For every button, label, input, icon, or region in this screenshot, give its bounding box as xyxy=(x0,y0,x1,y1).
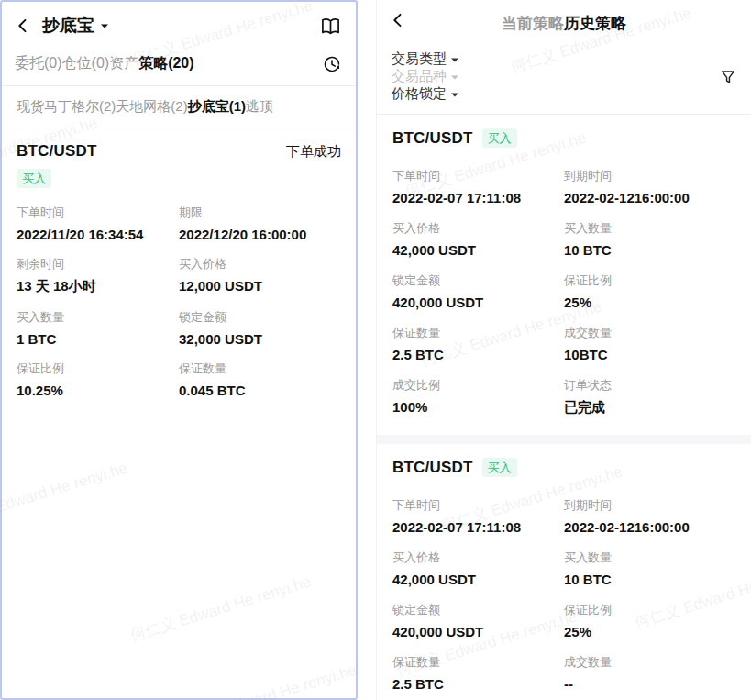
field-label: 买入价格 xyxy=(179,256,341,272)
order-field: 买入价格 42,000 USDT xyxy=(392,220,564,258)
filter-label: 价格锁定 xyxy=(392,85,447,103)
field-value: 42,000 USDT xyxy=(392,572,564,587)
field-label: 保证数量 xyxy=(392,325,564,341)
dip-buy-panel: 抄底宝 委托(0)仓位(0)资产策略(20) 现 xyxy=(0,0,358,700)
filter-dropdown[interactable]: 交易品种 xyxy=(392,68,458,85)
history-card[interactable]: BTC/USDT 买入 下单时间 2022-02-07 17:11:08 到期时… xyxy=(377,115,751,435)
field-value: 100% xyxy=(392,399,564,415)
order-field: 保证数量 0.045 BTC xyxy=(179,361,341,398)
chevron-down-icon xyxy=(451,75,458,83)
account-tab[interactable]: 策略(20) xyxy=(138,55,193,71)
order-status: 下单成功 xyxy=(286,143,341,161)
filter-label: 交易类型 xyxy=(392,50,447,68)
strategy-subtab[interactable]: 抄底宝(1) xyxy=(188,98,246,114)
strategy-view-tab[interactable]: 历史策略 xyxy=(564,15,626,32)
field-label: 下单时间 xyxy=(17,205,179,221)
field-value: 已完成 xyxy=(564,399,735,417)
order-field: 买入数量 10 BTC xyxy=(564,220,735,258)
side-badge: 买入 xyxy=(482,458,517,477)
order-field: 成交数量 -- xyxy=(564,654,735,692)
account-tab[interactable]: 仓位(0) xyxy=(62,55,110,71)
field-label: 成交数量 xyxy=(564,325,735,341)
field-label: 订单状态 xyxy=(564,377,735,394)
card-separator xyxy=(377,435,751,444)
field-value: 2022-02-1216:00:00 xyxy=(564,519,735,535)
field-value: 420,000 USDT xyxy=(392,624,564,639)
trading-pair: BTC/USDT xyxy=(17,142,97,161)
filter-dropdown[interactable]: 交易类型 xyxy=(392,50,458,68)
field-label: 买入价格 xyxy=(392,550,564,566)
account-tab[interactable]: 资产 xyxy=(109,55,138,71)
filter-dropdown[interactable]: 价格锁定 xyxy=(392,85,458,103)
field-value: 10 BTC xyxy=(564,242,735,258)
field-value: 13 天 18小时 xyxy=(17,278,179,295)
chevron-down-icon xyxy=(101,25,108,32)
field-label: 下单时间 xyxy=(392,168,564,184)
order-field: 保证比例 25% xyxy=(564,272,735,310)
history-card[interactable]: BTC/USDT 买入 下单时间 2022-02-07 17:11:08 到期时… xyxy=(377,444,751,700)
field-value: 2022-02-07 17:11:08 xyxy=(392,190,564,206)
order-field: 下单时间 2022-02-07 17:11:08 xyxy=(392,168,564,206)
order-field: 期限 2022/12/20 16:00:00 xyxy=(179,205,341,242)
field-value: 1 BTC xyxy=(17,331,179,347)
trading-pair: BTC/USDT xyxy=(392,459,473,477)
side-badge: 买入 xyxy=(482,128,517,148)
book-icon[interactable] xyxy=(320,17,341,36)
field-value: 10BTC xyxy=(564,347,735,362)
back-icon[interactable] xyxy=(390,12,406,28)
field-value: 42,000 USDT xyxy=(392,242,564,258)
field-value: 12,000 USDT xyxy=(179,278,341,294)
field-label: 保证数量 xyxy=(392,654,564,671)
filter-funnel-icon[interactable] xyxy=(720,69,736,85)
order-field: 买入数量 10 BTC xyxy=(564,550,735,587)
field-label: 剩余时间 xyxy=(17,256,179,272)
strategy-subtab[interactable]: 现货马丁格尔(2) xyxy=(17,98,116,114)
field-label: 下单时间 xyxy=(392,497,564,514)
order-field: 锁定金额 32,000 USDT xyxy=(179,309,341,347)
order-field: 保证比例 10.25% xyxy=(17,361,179,398)
field-label: 买入数量 xyxy=(17,309,179,326)
field-label: 保证比例 xyxy=(564,602,735,618)
order-field: 锁定金额 420,000 USDT xyxy=(392,602,564,639)
filter-label: 交易品种 xyxy=(392,68,447,85)
account-tabs: 委托(0)仓位(0)资产策略(20) xyxy=(2,45,356,85)
history-strategy-panel: 当前策略历史策略 交易类型 交易品种 价格锁定 xyxy=(376,0,751,700)
trading-pair: BTC/USDT xyxy=(392,129,473,148)
field-value: 420,000 USDT xyxy=(392,294,564,310)
order-field: 成交数量 10BTC xyxy=(564,325,735,362)
page-title-dropdown[interactable]: 抄底宝 xyxy=(42,14,108,38)
strategy-subtabs: 现货马丁格尔(2)天地网格(2)抄底宝(1)逃顶 xyxy=(2,86,356,128)
field-label: 保证比例 xyxy=(564,272,735,289)
field-value: 2.5 BTC xyxy=(392,347,564,362)
page-title: 抄底宝 xyxy=(42,14,94,38)
field-label: 保证数量 xyxy=(179,361,341,377)
order-field: 订单状态 已完成 xyxy=(564,377,735,417)
order-field: 到期时间 2022-02-1216:00:00 xyxy=(564,497,735,535)
field-value: 25% xyxy=(564,294,735,310)
field-label: 到期时间 xyxy=(564,168,735,184)
order-field: 剩余时间 13 天 18小时 xyxy=(17,256,179,295)
field-label: 锁定金额 xyxy=(179,309,341,326)
left-header: 抄底宝 xyxy=(2,2,356,45)
field-label: 锁定金额 xyxy=(392,272,564,289)
field-label: 到期时间 xyxy=(564,497,735,514)
strategy-subtab[interactable]: 天地网格(2) xyxy=(116,98,187,114)
field-label: 买入数量 xyxy=(564,550,735,566)
strategy-subtab[interactable]: 逃顶 xyxy=(246,98,273,114)
order-card: BTC/USDT 下单成功 买入 下单时间 2022/11/20 16:34:5… xyxy=(2,128,356,398)
order-history-icon[interactable] xyxy=(323,55,341,73)
order-field: 保证数量 2.5 BTC xyxy=(392,325,564,362)
order-field: 下单时间 2022/11/20 16:34:54 xyxy=(17,205,179,242)
account-tab[interactable]: 委托(0) xyxy=(15,55,62,71)
field-value: 2022/12/20 16:00:00 xyxy=(179,227,341,242)
back-icon[interactable] xyxy=(15,17,31,34)
order-field: 保证比例 25% xyxy=(564,602,735,639)
field-value: 10.25% xyxy=(17,383,179,398)
field-value: 2022/11/20 16:34:54 xyxy=(17,227,179,242)
field-label: 买入数量 xyxy=(564,220,735,237)
order-field: 买入数量 1 BTC xyxy=(17,309,179,347)
strategy-view-tab[interactable]: 当前策略 xyxy=(502,15,564,32)
chevron-down-icon xyxy=(451,93,458,100)
order-field: 到期时间 2022-02-1216:00:00 xyxy=(564,168,735,206)
field-value: 10 BTC xyxy=(564,572,735,587)
